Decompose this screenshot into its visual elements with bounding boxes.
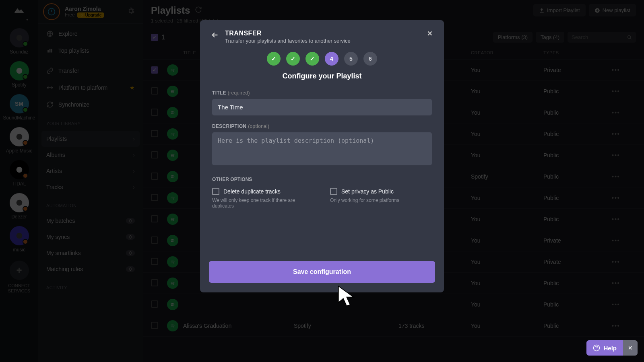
modal-heading: Configure your Playlist [200,72,444,80]
title-input[interactable] [212,99,432,115]
description-field-label: DESCRIPTION(optional) [212,123,432,129]
privacy-public-option[interactable]: Set privacy as Public [330,188,432,195]
modal-subtitle: Transfer your playlists and favorites to… [225,38,421,44]
privacy-public-checkbox[interactable] [330,188,337,195]
privacy-public-hint: Only working for some platforms [330,197,432,203]
step-5: 5 [344,52,358,66]
step-1: ✓ [267,52,281,66]
help-icon [593,344,600,352]
options-section-label: OTHER OPTIONS [212,177,432,182]
delete-duplicates-checkbox[interactable] [212,188,219,195]
help-close-button[interactable]: ✕ [623,340,638,356]
delete-duplicates-hint: We will only keep one track if there are… [212,197,314,209]
step-3: ✓ [305,52,319,66]
description-input[interactable] [212,132,432,165]
step-indicator: ✓✓✓456 [200,52,444,66]
title-field-label: TITLE(required) [212,90,432,96]
back-button[interactable] [211,31,219,41]
close-button[interactable] [426,30,433,39]
modal-title: TRANSFER [225,30,421,37]
delete-duplicates-option[interactable]: Delete duplicate tracks [212,188,314,195]
save-configuration-button[interactable]: Save configuration [209,261,435,283]
step-4: 4 [325,52,339,66]
transfer-modal: TRANSFER Transfer your playlists and fav… [200,20,444,292]
step-6: 6 [363,52,377,66]
step-2: ✓ [286,52,300,66]
help-button[interactable]: Help [586,340,623,356]
